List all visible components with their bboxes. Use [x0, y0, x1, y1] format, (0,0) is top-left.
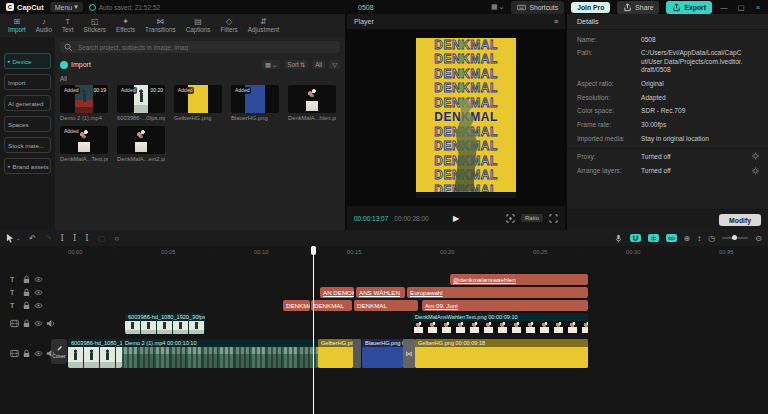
filter-type-button[interactable]: ▽: [329, 60, 340, 69]
export-button[interactable]: Export: [666, 1, 712, 14]
film-icon[interactable]: [10, 349, 19, 358]
tab-audio[interactable]: ♪Audio: [32, 16, 56, 34]
timer-icon[interactable]: ◷: [708, 234, 715, 243]
voiceover-icon[interactable]: [614, 234, 623, 243]
share-button[interactable]: Share: [617, 1, 659, 14]
modify-button[interactable]: Modify: [719, 214, 761, 226]
split-icon[interactable]: I: [61, 233, 64, 243]
gear-icon[interactable]: [751, 166, 760, 175]
poster-base: [416, 192, 516, 198]
details-row: Resolution:Adapted: [567, 91, 768, 105]
lock-icon[interactable]: [22, 275, 31, 284]
player-menu-icon[interactable]: ≡: [554, 18, 558, 25]
sort-button[interactable]: Sort ⇅: [284, 60, 308, 69]
capcut-logo-icon: C: [6, 3, 14, 11]
overlay-clip[interactable]: DenkMalAnsWahlenText.png 00:00:09:10: [412, 313, 588, 334]
track-height-icon[interactable]: ↕: [697, 234, 701, 243]
main-track-clip[interactable]: GelberHG.png: [318, 339, 353, 368]
media-item[interactable]: AddedGelberHG.png: [174, 85, 222, 121]
menu-button[interactable]: Menu▾: [50, 2, 83, 12]
media-item[interactable]: Added00:19Demo 2 (1).mp4: [60, 85, 108, 121]
delete-left-icon[interactable]: I: [73, 233, 76, 243]
text-clip[interactable]: DENKMAL: [311, 300, 352, 311]
eye-icon[interactable]: [34, 349, 43, 358]
ratio-button[interactable]: Ratio: [521, 214, 543, 222]
tab-stickers[interactable]: ◱Stickers: [80, 16, 110, 34]
play-button[interactable]: ▶: [453, 214, 459, 223]
text-clip[interactable]: Am 09. Juni: [422, 300, 588, 311]
tab-text[interactable]: TText: [58, 16, 78, 34]
text-clip[interactable]: DENKMAL: [283, 300, 310, 311]
transition-marker[interactable]: [353, 339, 361, 368]
transition-marker[interactable]: ⋈: [403, 339, 415, 368]
eye-icon[interactable]: [34, 288, 43, 297]
layout-switcher-button[interactable]: ▦ ⌄: [491, 3, 505, 11]
tab-effects[interactable]: ✦Effects: [112, 16, 139, 34]
sidebar-item-ai-generated[interactable]: AI generated: [4, 95, 51, 111]
linking-toggle[interactable]: [666, 234, 677, 242]
sidebar-item-import[interactable]: Import: [4, 74, 51, 90]
media-item[interactable]: Added00:206003986-...0fps.mp4: [117, 85, 165, 121]
main-track-clip[interactable]: GelberHG.png 00:00:09:18: [415, 339, 588, 368]
window-minimize-button[interactable]: —: [719, 3, 729, 12]
lock-icon[interactable]: [22, 349, 31, 358]
media-item[interactable]: AddedDenkMalA...Text.png: [60, 126, 108, 162]
eye-icon[interactable]: [34, 319, 43, 328]
join-pro-button[interactable]: Join Pro: [571, 2, 610, 13]
media-item[interactable]: DenkMalA...hlen.png: [288, 85, 336, 121]
playhead-handle[interactable]: [311, 246, 316, 255]
lock-icon[interactable]: [22, 301, 31, 310]
gear-icon[interactable]: [751, 152, 760, 161]
media-item[interactable]: AddedBlauerHG.png: [231, 85, 279, 121]
main-track-clip[interactable]: 6003986-hd_1080_1920_30fps.mp4: [68, 339, 122, 368]
tab-transitions[interactable]: ⋈Transitions: [141, 16, 180, 34]
sidebar-item-stock-mate-[interactable]: Stock mate...: [4, 137, 51, 153]
speaker-icon[interactable]: [46, 319, 55, 328]
media-item[interactable]: DenkMalA...ext2.png: [117, 126, 165, 162]
window-close-button[interactable]: ×: [753, 3, 763, 12]
sidebar-item-spaces[interactable]: Spaces: [4, 116, 51, 132]
fullscreen-icon[interactable]: [549, 214, 558, 223]
speaker-icon[interactable]: [46, 349, 55, 358]
filter-all-button[interactable]: All: [312, 60, 325, 69]
details-panel: Details Name:0508Path:C:/Users/Evi/AppDa…: [567, 14, 768, 230]
tab-adjustment[interactable]: ⇵Adjustment: [244, 16, 284, 34]
select-tool-icon[interactable]: ⌄: [6, 234, 20, 243]
tab-filters[interactable]: ◇Filters: [217, 16, 242, 34]
text-clip[interactable]: AN DEMOKRA: [320, 287, 354, 298]
zoom-slider-handle[interactable]: [732, 235, 737, 240]
lock-icon[interactable]: [22, 319, 31, 328]
main-track-clip[interactable]: Demo 2 (1).mp4 00:00:10:10: [122, 339, 318, 368]
shortcuts-button[interactable]: Shortcuts: [511, 1, 564, 14]
timeline-ruler[interactable]: 00:00·00:05·00:10·00:15·00:20·00:25·00:3…: [0, 246, 768, 258]
undo-icon[interactable]: ↶: [29, 234, 36, 243]
sidebar-item-device[interactable]: ▸Device: [4, 53, 51, 69]
magnetic-toggle[interactable]: [630, 234, 641, 242]
window-maximize-button[interactable]: ▢: [736, 3, 746, 12]
preview-axis-icon[interactable]: ⊕: [684, 234, 691, 243]
eye-icon[interactable]: [34, 275, 43, 284]
tab-captions[interactable]: ▤Captions: [182, 16, 215, 34]
film-icon[interactable]: [10, 319, 19, 328]
text-clip[interactable]: @denkmalanswaehlen: [450, 274, 588, 285]
sidebar-item-brand-assets[interactable]: ▸Brand assets: [4, 158, 51, 174]
timeline-zoom-slider[interactable]: [722, 237, 748, 239]
delete-right-icon[interactable]: I: [85, 233, 88, 243]
text-clip[interactable]: Europawahl: [407, 287, 588, 298]
tab-import[interactable]: ⊞Import: [4, 16, 30, 34]
overlay-clip[interactable]: 6003986-hd_1080_1920_30fps.mp4: [125, 313, 205, 334]
fit-timeline-icon[interactable]: ⊙: [755, 234, 762, 243]
lock-icon[interactable]: [22, 288, 31, 297]
playhead[interactable]: [313, 246, 314, 414]
search-input[interactable]: [76, 43, 336, 52]
text-clip[interactable]: DENKMAL: [354, 300, 418, 311]
snapping-toggle[interactable]: [648, 234, 659, 242]
mask-icon[interactable]: ○: [114, 234, 119, 243]
frame-preview-icon[interactable]: [506, 214, 515, 223]
text-clip[interactable]: ANS WÄHLEN: [356, 287, 405, 298]
eye-icon[interactable]: [34, 301, 43, 310]
view-mode-button[interactable]: ▦ ⌄: [262, 60, 280, 69]
search-bar[interactable]: [60, 41, 340, 53]
main-track-clip[interactable]: BlauerHG.png 00:00:0: [362, 339, 403, 368]
import-media-button[interactable]: Import: [60, 61, 91, 69]
